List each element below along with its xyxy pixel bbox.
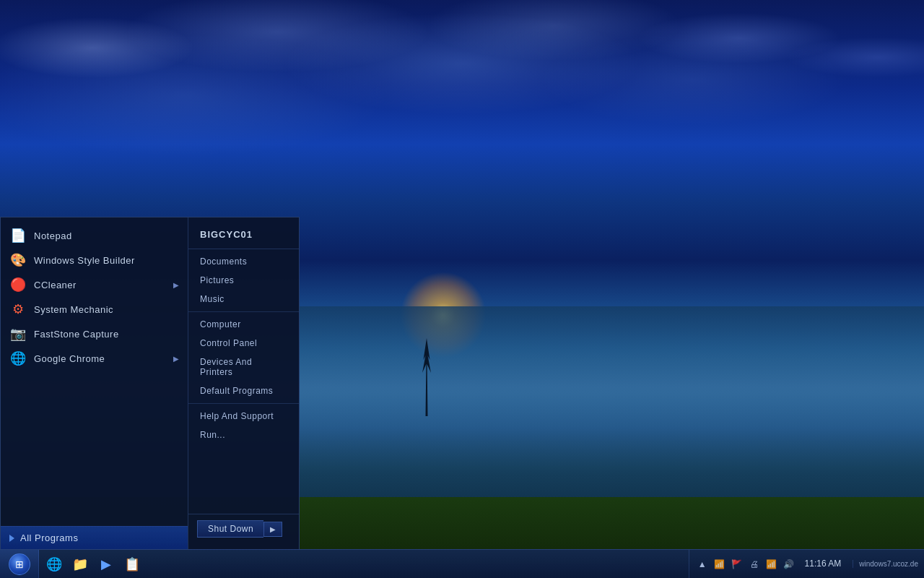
shutdown-arrow-icon: ▶	[263, 522, 282, 537]
chrome-label: Google Chrome	[34, 353, 105, 364]
program-item-notepad[interactable]: 📄 Notepad	[1, 223, 188, 248]
explorer-icon: 📁	[72, 556, 88, 572]
ccleaner-label: CCleaner	[34, 280, 77, 290]
right-item-run[interactable]: Run...	[188, 426, 299, 444]
app-icon: 📋	[124, 556, 140, 572]
taskbar-ie[interactable]: 🌐	[42, 552, 66, 577]
notepad-label: Notepad	[34, 230, 72, 241]
taskbar-media[interactable]: ▶	[94, 552, 118, 577]
start-orb-icon: ⊞	[9, 553, 30, 575]
program-item-mechanic[interactable]: ⚙ System Mechanic	[1, 297, 188, 322]
program-item-ccleaner[interactable]: 🔴 CCleaner ▶	[1, 272, 188, 297]
program-item-faststone[interactable]: 📷 FastStone Capture	[1, 322, 188, 346]
right-item-documents[interactable]: Documents	[188, 252, 299, 271]
mechanic-label: System Mechanic	[34, 304, 113, 315]
taskbar-items: 🌐 📁 ▶ 📋	[39, 552, 689, 577]
ccleaner-submenu-arrow: ▶	[173, 281, 179, 289]
start-menu-left-panel: 📄 Notepad 🎨 Windows Style Builder 🔴 CCle…	[1, 217, 188, 549]
taskbar: ⊞ 🌐 📁 ▶ 📋 ▲ 📶 🚩 🖨 📶 🔊 11:16 AM	[0, 549, 924, 578]
desktop: 📄 Notepad 🎨 Windows Style Builder 🔴 CCle…	[0, 0, 924, 578]
chrome-icon: 🌐	[9, 350, 27, 367]
start-menu-right-panel: BIGCYC01 Documents Pictures Music Comput…	[188, 217, 299, 549]
ie-icon: 🌐	[46, 556, 62, 572]
wsb-label: Windows Style Builder	[34, 255, 135, 266]
shutdown-area: Shut Down ▶	[188, 514, 299, 543]
right-item-music[interactable]: Music	[188, 290, 299, 309]
system-tray: ▲ 📶 🚩 🖨 📶 🔊 11:16 AM	[689, 550, 853, 578]
program-item-chrome[interactable]: 🌐 Google Chrome ▶	[1, 346, 188, 371]
media-icon: ▶	[101, 556, 111, 572]
clock-display[interactable]: 11:16 AM	[799, 558, 847, 570]
taskbar-app[interactable]: 📋	[120, 552, 144, 577]
tray-flag-icon[interactable]: 🚩	[730, 557, 744, 571]
right-item-devices-printers[interactable]: Devices and Printers	[188, 353, 299, 381]
program-item-wsb[interactable]: 🎨 Windows Style Builder	[1, 248, 188, 272]
all-programs-button[interactable]: All Programs	[1, 526, 188, 549]
start-menu: 📄 Notepad 🎨 Windows Style Builder 🔴 CCle…	[0, 217, 300, 549]
chrome-submenu-arrow: ▶	[173, 355, 179, 363]
right-item-default-programs[interactable]: Default Programs	[188, 381, 299, 400]
all-programs-arrow-icon	[9, 535, 14, 542]
shutdown-label: Shut Down	[197, 520, 263, 538]
username-display: BIGCYC01	[188, 223, 299, 249]
right-item-control-panel[interactable]: Control Panel	[188, 334, 299, 353]
tray-signal-icon[interactable]: 📶	[764, 557, 779, 571]
ccleaner-icon: 🔴	[9, 276, 27, 293]
faststone-label: FastStone Capture	[34, 329, 119, 340]
shutdown-button[interactable]: Shut Down ▶	[197, 520, 290, 538]
program-list: 📄 Notepad 🎨 Windows Style Builder 🔴 CCle…	[1, 217, 188, 526]
taskbar-explorer[interactable]: 📁	[68, 552, 92, 577]
wsb-icon: 🎨	[9, 251, 27, 269]
website-label: windows7.ucoz.de	[853, 560, 924, 568]
start-button[interactable]: ⊞	[0, 550, 39, 579]
tray-network-icon[interactable]: 📶	[712, 557, 727, 571]
tray-icon-1[interactable]: ▲	[695, 557, 710, 571]
notepad-icon: 📄	[9, 227, 27, 244]
tray-volume-icon[interactable]: 🔊	[782, 557, 796, 571]
tray-printer-icon[interactable]: 🖨	[747, 557, 762, 571]
all-programs-label: All Programs	[20, 532, 78, 543]
faststone-icon: 📷	[9, 325, 27, 342]
right-item-pictures[interactable]: Pictures	[188, 271, 299, 290]
right-item-help-support[interactable]: Help and Support	[188, 403, 299, 426]
right-item-computer[interactable]: Computer	[188, 311, 299, 334]
mechanic-icon: ⚙	[9, 301, 27, 318]
